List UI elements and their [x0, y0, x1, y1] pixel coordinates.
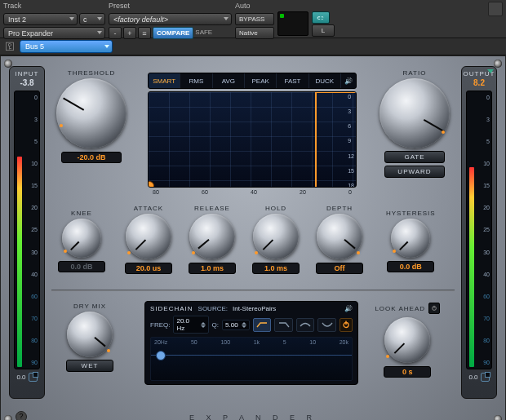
mode-fast-tab[interactable]: FAST [277, 73, 308, 88]
link-icon[interactable] [312, 11, 330, 24]
release-knob[interactable] [189, 214, 235, 259]
freq-value-field[interactable]: 20.0 Hz [173, 316, 208, 334]
ratio-section: RATIO GATE UPWARD [380, 69, 450, 178]
wet-button[interactable]: WET [66, 360, 113, 372]
listen-icon[interactable]: 🔊 [341, 73, 356, 88]
release-readout[interactable]: 1.0 ms [189, 263, 236, 274]
main-panel: INPUT -3.8 0 3 5 10 15 20 25 30 40 60 70… [0, 55, 506, 420]
graph-x-ticks: 80 60 40 20 0 [148, 188, 357, 195]
mode-smart-tab[interactable]: SMART [149, 73, 180, 88]
window-menu-button[interactable] [488, 2, 503, 16]
input-meter-scale: 0 3 5 10 15 20 25 30 40 60 70 80 90 [23, 91, 38, 369]
output-meter-footer: 0.0 [462, 373, 496, 382]
knee-knob[interactable] [62, 219, 101, 258]
popup-icon[interactable] [481, 373, 490, 382]
filter-notch-button[interactable] [317, 318, 336, 332]
hysteresis-readout[interactable]: 0.0 dB [387, 261, 434, 272]
sidechain-panel: SIDECHAIN SOURCE: Int-StereoPairs 🔊 FREQ… [144, 301, 358, 385]
hold-label: HOLD [265, 205, 286, 212]
sidechain-listen-icon[interactable]: 🔊 [344, 305, 353, 312]
link-column: L [312, 2, 335, 37]
bypass-button[interactable]: BYPASS [235, 13, 274, 25]
depth-knob[interactable] [317, 214, 362, 259]
filter-lowpass-button[interactable] [274, 318, 293, 332]
header-right [488, 2, 503, 16]
sidechain-source-value[interactable]: Int-StereoPairs [233, 305, 276, 312]
drymix-knob[interactable] [67, 312, 113, 357]
attack-readout[interactable]: 20.0 us [125, 263, 172, 274]
preset-prev-button[interactable]: - [109, 27, 122, 39]
release-label: RELEASE [194, 205, 230, 212]
sidechain-row-1: SIDECHAIN SOURCE: Int-StereoPairs 🔊 [150, 305, 353, 312]
attack-knob[interactable] [126, 214, 171, 259]
ratio-knob[interactable] [380, 78, 450, 148]
upward-button[interactable]: UPWARD [384, 166, 445, 178]
depth-section: DEPTH Off [316, 205, 363, 274]
release-section: RELEASE 1.0 ms [189, 205, 236, 274]
plugin-slot-text: Pro Expander [8, 29, 53, 38]
sidechain-filter-power-button[interactable] [340, 318, 353, 332]
mode-duck-tab[interactable]: DUCK [309, 73, 341, 88]
depth-readout[interactable]: Off [316, 263, 363, 274]
compare-button[interactable]: COMPARE [153, 27, 193, 39]
hysteresis-label: HYSTERESIS [386, 210, 436, 217]
automation-cell-col [277, 2, 308, 36]
sidechain-bus-dropdown[interactable]: Bus 5 [20, 40, 113, 53]
output-level-bar [469, 167, 474, 367]
mode-avg-tab[interactable]: AVG [213, 73, 245, 88]
sidechain-filter-graph[interactable]: 20Hz 50 100 1k 5 10 20k [150, 337, 353, 381]
preset-column: Preset <factory default> - + ≡ COMPARE S… [109, 2, 232, 39]
threshold-knob[interactable] [56, 78, 126, 148]
filter-highpass-button[interactable] [253, 318, 272, 332]
freq-spinner[interactable] [201, 322, 206, 328]
key-icon: ⚿ [5, 41, 15, 52]
svg-rect-3 [345, 321, 346, 325]
sidechain-bus-text: Bus 5 [25, 42, 44, 51]
input-meter-value: -3.8 [10, 78, 44, 87]
native-button[interactable]: Native [235, 27, 274, 39]
lookahead-power-button[interactable] [428, 303, 440, 314]
preset-dropdown[interactable]: <factory default> [109, 13, 232, 25]
gate-button[interactable]: GATE [384, 151, 445, 163]
track-channel-dropdown[interactable]: c [79, 13, 105, 25]
knob-indicator [60, 124, 63, 127]
preset-menu-button[interactable]: ≡ [138, 27, 151, 39]
knee-readout[interactable]: 0.0 dB [58, 261, 105, 272]
hysteresis-knob[interactable] [391, 219, 430, 258]
output-meter-bar: 0 3 5 10 15 20 25 30 40 60 70 80 90 [466, 91, 492, 369]
output-meter-scale: 0 3 5 10 15 20 25 30 40 60 70 80 90 [475, 91, 490, 369]
link-channel-button[interactable]: L [312, 24, 335, 37]
q-value-field[interactable]: 5.00 [222, 320, 250, 330]
q-spinner[interactable] [242, 322, 246, 328]
lookahead-header: LOOK AHEAD [375, 303, 440, 314]
sidechain-handle[interactable] [156, 351, 166, 360]
mode-rms-tab[interactable]: RMS [180, 73, 212, 88]
automation-display[interactable] [277, 11, 308, 36]
sidechain-row: ⚿ Bus 5 [0, 38, 506, 55]
hold-readout[interactable]: 1.0 ms [252, 263, 300, 274]
filter-bandpass-button[interactable] [296, 318, 315, 332]
lookahead-knob[interactable] [384, 317, 430, 363]
track-instrument-text: Inst 2 [8, 15, 26, 24]
output-menu-arrow-icon[interactable] [487, 69, 494, 73]
mode-peak-tab[interactable]: PEAK [245, 73, 277, 88]
threshold-readout[interactable]: -20.0 dB [61, 152, 122, 163]
auto-label: Auto [235, 2, 274, 11]
hint-icon[interactable]: ? [16, 411, 27, 420]
gain-curve-graph[interactable]: 0 3 6 9 12 15 18 [148, 91, 357, 188]
popup-icon[interactable] [29, 373, 38, 382]
track-column: Track Inst 2 c Pro Expander [3, 2, 105, 39]
input-meter-bar: 0 3 5 10 15 20 25 30 40 60 70 80 90 [14, 91, 40, 369]
track-instrument-dropdown[interactable]: Inst 2 [3, 13, 78, 25]
preset-next-button[interactable]: + [123, 27, 136, 39]
knee-section: KNEE 0.0 dB [58, 210, 105, 272]
plugin-slot-dropdown[interactable]: Pro Expander [3, 27, 105, 39]
input-meter: INPUT -3.8 0 3 5 10 15 20 25 30 40 60 70… [9, 66, 45, 399]
svg-rect-1 [434, 306, 435, 308]
hold-section: HOLD 1.0 ms [252, 205, 300, 274]
q-label: Q: [212, 321, 219, 329]
output-meter: OUTPUT 8.2 0 3 5 10 15 20 25 30 40 60 70… [461, 66, 497, 399]
lookahead-readout[interactable]: 0 s [384, 366, 431, 378]
hold-knob[interactable] [253, 214, 299, 259]
track-label: Track [3, 2, 105, 11]
